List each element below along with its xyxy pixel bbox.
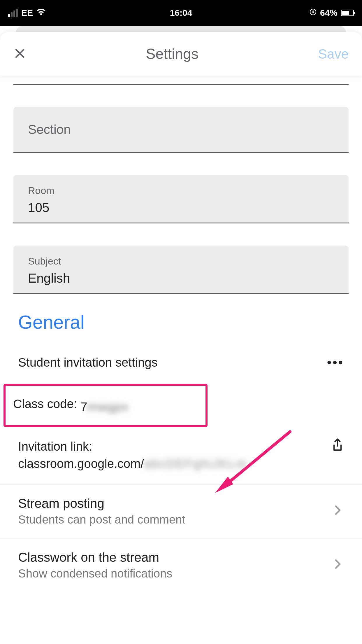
- cell-signal-icon: [8, 9, 18, 17]
- invitation-link-row: Invitation link: classroom.google.com/ab…: [13, 435, 349, 484]
- battery-icon: [341, 10, 354, 16]
- invitation-link-value: classroom.google.com/abcDEFghiJKLm: [18, 455, 247, 473]
- battery-pct: 64%: [320, 8, 338, 18]
- classwork-stream-row[interactable]: Classwork on the stream Show condensed n…: [13, 538, 349, 592]
- wifi-icon: [36, 8, 46, 18]
- classwork-title: Classwork on the stream: [18, 550, 172, 565]
- save-button[interactable]: Save: [318, 46, 349, 62]
- chevron-right-icon: [335, 559, 341, 572]
- stream-posting-title: Stream posting: [18, 496, 185, 511]
- close-button[interactable]: [13, 47, 26, 61]
- chevron-right-icon: [335, 505, 341, 518]
- general-heading: General: [13, 312, 349, 333]
- subject-field[interactable]: Subject English: [13, 246, 349, 294]
- settings-modal: Settings Save Section Room 105 Subject E…: [0, 32, 362, 644]
- student-invitation-settings-label: Student invitation settings: [18, 356, 158, 370]
- more-icon[interactable]: •••: [327, 355, 344, 370]
- room-field[interactable]: Room 105: [13, 175, 349, 223]
- student-invitation-settings-row[interactable]: Student invitation settings •••: [13, 353, 349, 372]
- share-button[interactable]: [331, 438, 344, 453]
- modal-title: Settings: [146, 46, 198, 62]
- room-value: 105: [28, 200, 334, 215]
- previous-field-divider: [13, 84, 349, 85]
- svg-rect-1: [312, 11, 314, 13]
- subject-label: Subject: [28, 256, 334, 267]
- status-bar: EE 16:04 64%: [0, 0, 362, 26]
- section-field[interactable]: Section: [13, 107, 349, 153]
- room-label: Room: [28, 185, 334, 196]
- modal-header: Settings Save: [0, 32, 362, 76]
- class-code-label: Class code:: [13, 397, 80, 411]
- subject-value: English: [28, 271, 334, 286]
- class-code-value: 7mwgpx: [80, 400, 129, 414]
- section-placeholder: Section: [28, 122, 334, 137]
- annotation-highlight-box: Class code: 7mwgpx: [3, 384, 208, 427]
- invitation-link-label: Invitation link:: [18, 438, 247, 455]
- carrier-label: EE: [21, 8, 33, 18]
- classwork-sub: Show condensed notifications: [18, 567, 172, 580]
- stream-posting-row[interactable]: Stream posting Students can post and com…: [13, 484, 349, 538]
- rotation-lock-icon: [310, 8, 317, 17]
- clock: 16:04: [170, 8, 192, 18]
- stream-posting-sub: Students can post and comment: [18, 513, 185, 526]
